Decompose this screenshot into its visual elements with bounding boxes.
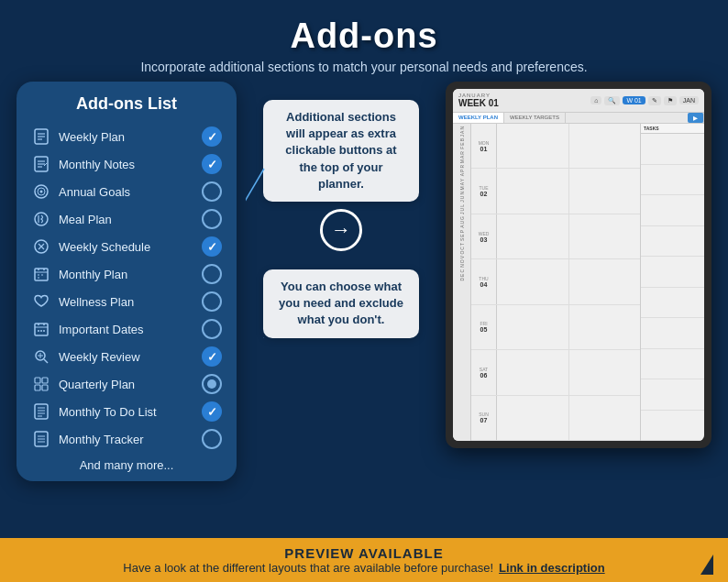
meal-plan-icon xyxy=(31,209,51,229)
nav-btn-edit[interactable]: ✎ xyxy=(648,96,661,105)
check-icon[interactable]: ✓ xyxy=(202,236,222,257)
uncheck-icon[interactable] xyxy=(202,429,222,449)
nav-btn-flag[interactable]: ⚑ xyxy=(664,96,677,105)
tab-weekly-plan[interactable]: WEEKLY PLAN xyxy=(453,113,504,123)
tasks-header: TASKS xyxy=(641,124,704,134)
monthly-notes-icon xyxy=(31,154,51,174)
list-item[interactable]: Monthly Notes ✓ xyxy=(31,150,222,178)
svg-point-27 xyxy=(43,330,45,332)
nav-btn-w01[interactable]: W 01 xyxy=(623,96,645,104)
month-label: MAR xyxy=(459,150,465,163)
addon-label: Meal Plan xyxy=(59,213,112,226)
addon-label: Monthly To Do List xyxy=(59,405,157,419)
svg-rect-35 xyxy=(42,385,48,390)
addons-card-title: Add-ons List xyxy=(31,94,222,114)
addon-label: Wellness Plan xyxy=(59,295,134,309)
tab-weekly-targets[interactable]: WEEKLY TARGETS xyxy=(504,113,566,123)
svg-rect-32 xyxy=(35,378,40,383)
list-item[interactable]: Weekly Schedule ✓ xyxy=(31,233,222,260)
list-item[interactable]: Annual Goals xyxy=(31,178,222,205)
addon-label: Weekly Plan xyxy=(59,130,125,144)
planner-tasks-section: TASKS xyxy=(640,124,704,441)
addon-label: Annual Goals xyxy=(59,185,130,199)
table-row: THU 04 xyxy=(471,259,640,304)
table-row: FRI 05 xyxy=(471,305,640,350)
check-icon[interactable]: ✓ xyxy=(202,346,222,367)
month-label: AUG xyxy=(459,215,465,228)
list-item[interactable]: Meal Plan xyxy=(31,205,222,233)
planner-week: WEEK 01 xyxy=(458,98,499,108)
arrow-circle: → xyxy=(320,209,362,251)
planner-main-grid: MON 01 TUE 02 xyxy=(471,124,640,441)
planner-tabs: WEEKLY PLAN WEEKLY TARGETS ▶ xyxy=(453,113,704,124)
svg-rect-21 xyxy=(35,324,48,335)
planner-header: JANUARY WEEK 01 ⌂ 🔍 W 01 ✎ ⚑ JAN xyxy=(453,89,704,113)
planner-preview: JANUARY WEEK 01 ⌂ 🔍 W 01 ✎ ⚑ JAN WEEKLY … xyxy=(446,82,711,448)
page-title: Add-ons xyxy=(18,16,710,56)
main-content: Add-ons List Weekly Plan ✓ xyxy=(0,82,728,481)
quarterly-plan-icon xyxy=(31,374,51,394)
annotation-top: Additional sections will appear as extra… xyxy=(263,100,419,202)
uncheck-icon[interactable] xyxy=(202,319,222,339)
uncheck-icon[interactable] xyxy=(202,291,222,312)
month-label: OCT xyxy=(459,242,465,255)
svg-point-25 xyxy=(38,330,39,332)
svg-point-26 xyxy=(40,330,42,332)
planner-body: JAN FEB MAR APR MAY JUN JUL AUG SEP OCT … xyxy=(453,124,704,441)
and-more-label: And many more... xyxy=(31,458,222,472)
bottom-bar: PREVIEW AVAILABLE Have a look at the dif… xyxy=(0,538,728,582)
preview-text: Have a look at the different layouts tha… xyxy=(123,561,493,575)
check-icon[interactable]: ✓ xyxy=(202,154,222,174)
table-row: SAT 06 xyxy=(471,350,640,395)
task-lines xyxy=(641,134,704,441)
uncheck-icon[interactable] xyxy=(202,181,222,202)
addon-label: Important Dates xyxy=(59,323,144,336)
monthly-tracker-icon xyxy=(31,429,51,449)
check-icon[interactable]: ✓ xyxy=(202,401,222,422)
header: Add-ons Incorporate additional sections … xyxy=(0,0,728,82)
table-row: TUE 02 xyxy=(471,169,640,214)
important-dates-icon xyxy=(31,319,51,339)
list-item[interactable]: Weekly Plan ✓ xyxy=(31,123,222,150)
nav-btn-search[interactable]: 🔍 xyxy=(604,96,620,105)
annual-goals-icon xyxy=(31,181,51,202)
month-label: JUL xyxy=(459,203,465,214)
month-label: NOV xyxy=(459,255,465,268)
middle-area: Additional sections will appear as extra… xyxy=(246,82,436,338)
list-item[interactable]: Monthly Tracker xyxy=(31,425,222,453)
nav-btn-home[interactable]: ⌂ xyxy=(590,96,601,104)
month-label: JAN xyxy=(459,126,465,137)
list-item[interactable]: Quarterly Plan xyxy=(31,370,222,398)
month-label: FEB xyxy=(459,137,465,149)
uncheck-icon[interactable] xyxy=(202,264,222,284)
page-subtitle: Incorporate additional sections to match… xyxy=(18,60,710,74)
monthly-todo-icon xyxy=(31,401,51,422)
nav-btn-jan[interactable]: JAN xyxy=(679,96,699,104)
triangle-icon xyxy=(700,555,713,575)
list-item[interactable]: Monthly To Do List ✓ xyxy=(31,398,222,425)
svg-line-29 xyxy=(44,359,48,363)
month-label: SEP xyxy=(459,229,465,241)
list-item[interactable]: Important Dates xyxy=(31,315,222,343)
table-row: MON 01 xyxy=(471,124,640,169)
month-label: JUN xyxy=(459,191,465,203)
check-icon[interactable]: ✓ xyxy=(202,126,222,147)
tab-extra[interactable]: ▶ xyxy=(688,113,704,123)
svg-rect-36 xyxy=(35,404,48,419)
wellness-plan-icon xyxy=(31,291,51,312)
planner-inner: JANUARY WEEK 01 ⌂ 🔍 W 01 ✎ ⚑ JAN WEEKLY … xyxy=(453,89,704,441)
addon-label: Monthly Tracker xyxy=(59,433,143,446)
weekly-plan-icon xyxy=(31,126,51,147)
uncheck-icon[interactable] xyxy=(202,209,222,229)
preview-link[interactable]: Link in description xyxy=(499,561,605,575)
annotation-bottom: You can choose what you need and exclude… xyxy=(263,269,419,338)
addon-label: Monthly Plan xyxy=(59,268,127,281)
weekly-schedule-icon xyxy=(31,236,51,257)
list-item[interactable]: Monthly Plan xyxy=(31,260,222,288)
partial-check-icon[interactable] xyxy=(202,374,222,394)
month-label: DEC xyxy=(459,269,465,281)
list-item[interactable]: Wellness Plan xyxy=(31,288,222,315)
svg-rect-34 xyxy=(35,385,40,390)
addon-label: Monthly Notes xyxy=(59,158,135,171)
list-item[interactable]: Weekly Review ✓ xyxy=(31,343,222,370)
